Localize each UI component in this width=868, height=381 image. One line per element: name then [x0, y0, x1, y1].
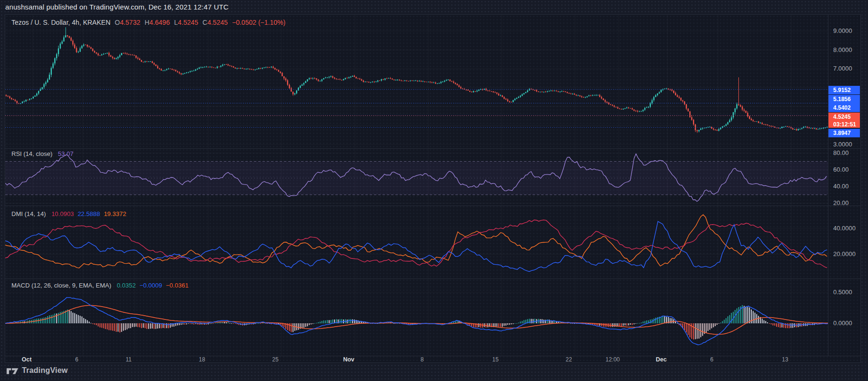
price-level-badge: 3.8947 — [828, 129, 860, 137]
time-label-day: 13 — [782, 356, 788, 363]
macd-tick: 0.5000 — [828, 288, 861, 296]
dmi-title[interactable]: DMI (14, 14) — [11, 210, 46, 217]
footer: TradingView — [6, 366, 68, 375]
tradingview-snapshot: { "header": { "published_line": "anushsa… — [0, 0, 868, 381]
symbol-title-row: Tezos / U. S. Dollar, 4h, KRAKENO4.5732H… — [11, 19, 285, 26]
time-label-day: 6 — [710, 356, 714, 363]
published-info: anushsamal published on TradingView.com,… — [5, 3, 229, 11]
price-tick: 7.0000 — [828, 65, 861, 72]
time-label-month: Oct — [22, 356, 32, 363]
time-label-month: Dec — [656, 356, 667, 363]
rsi-tick: 20.00 — [828, 199, 861, 207]
time-label-day: 15 — [492, 356, 498, 363]
price-tick: 8.0000 — [828, 46, 861, 54]
tradingview-logo-icon[interactable] — [6, 366, 19, 375]
dmi-tick: 20.0000 — [828, 250, 861, 258]
tradingview-brand-text[interactable]: TradingView — [22, 366, 68, 375]
time-label-day: 11 — [126, 356, 131, 363]
rsi-tick: 60.00 — [828, 166, 861, 174]
price-level-badge: 4.5402 — [828, 103, 860, 112]
price-level-badge: 5.9152 — [828, 86, 860, 94]
change-value: −0.0502 (−1.10%) — [232, 19, 285, 26]
dmi-value: 19.3372 — [104, 210, 126, 217]
macd-pane[interactable] — [5, 278, 828, 356]
rsi-pane[interactable] — [5, 148, 828, 206]
dmi-value: 22.5888 — [78, 210, 100, 217]
last-price-badge: 4.524503:12:51 — [828, 113, 860, 128]
time-label-day: 25 — [272, 356, 278, 363]
time-label-day: 18 — [199, 356, 205, 363]
time-label-day: 12:00 — [606, 356, 620, 363]
time-label-day: 6 — [75, 356, 79, 363]
time-label-day: 8 — [421, 356, 424, 363]
macd-tick: 0.0000 — [828, 319, 861, 327]
symbol-title[interactable]: Tezos / U. S. Dollar, 4h, KRAKEN — [11, 19, 111, 26]
ohlc-value: 4.6496 — [150, 19, 170, 26]
dmi-label-row: DMI (14, 14) 10.090322.588819.3372 — [11, 210, 126, 217]
price-tick: 3.0000 — [828, 141, 861, 148]
ohlc-prefix: O — [115, 19, 120, 26]
time-label-month: Nov — [343, 356, 354, 363]
macd-value: −0.0009 — [140, 282, 162, 289]
pane-separator[interactable] — [5, 278, 861, 279]
macd-title[interactable]: MACD (12, 26, close, 9, EMA, EMA) — [11, 282, 111, 289]
time-axis[interactable]: Oct6111825Nov8152212:00Dec613 — [5, 356, 861, 363]
chart-frame: USD Tezos / U. S. Dollar, 4h, KRAKENO4.5… — [5, 14, 861, 363]
candlestick-pane[interactable] — [5, 15, 828, 148]
rsi-tick: 40.00 — [828, 183, 861, 190]
rsi-label-row: RSI (14, close) 53.07 — [11, 150, 73, 157]
pane-separator[interactable] — [5, 206, 861, 206]
ohlc-value: 4.5245 — [207, 19, 228, 26]
ohlc-value: 4.5245 — [178, 19, 198, 26]
pane-separator[interactable] — [5, 148, 861, 149]
macd-label-row: MACD (12, 26, close, 9, EMA, EMA) 0.0352… — [11, 282, 189, 289]
ohlc-value: 4.5732 — [120, 19, 141, 26]
price-tick: 9.0000 — [828, 27, 861, 35]
last-price-value: 4.5245 — [833, 113, 860, 121]
macd-value: −0.0361 — [166, 282, 188, 289]
macd-value: 0.0352 — [117, 282, 136, 289]
bar-countdown: 03:12:51 — [833, 121, 860, 128]
time-label-day: 22 — [565, 356, 572, 363]
dmi-tick: 40.0000 — [828, 225, 861, 232]
rsi-title[interactable]: RSI (14, close) — [11, 150, 52, 157]
ohlc-prefix: C — [202, 19, 207, 26]
price-level-badge: 5.1856 — [828, 95, 860, 103]
ohlc-prefix: H — [144, 19, 149, 26]
dmi-value: 10.0903 — [51, 210, 74, 217]
dmi-pane[interactable] — [5, 206, 828, 278]
rsi-tick: 80.00 — [828, 149, 861, 157]
rsi-value: 53.07 — [58, 150, 74, 157]
